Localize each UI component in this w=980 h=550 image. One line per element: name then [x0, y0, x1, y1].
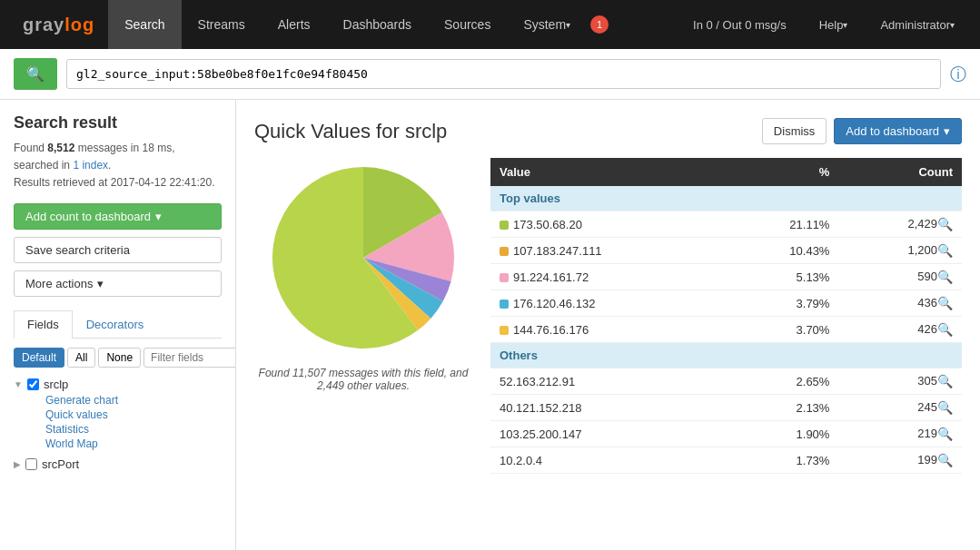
- zoom-icon[interactable]: 🔍: [937, 400, 953, 415]
- cell-value: 176.120.46.132: [490, 290, 725, 317]
- qv-header: Quick Values for srclp Dismiss Add to da…: [254, 118, 962, 144]
- field-srcport-toggle[interactable]: ▶: [14, 459, 21, 469]
- zoom-icon[interactable]: 🔍: [937, 374, 953, 388]
- nav-alerts[interactable]: Alerts: [262, 0, 327, 49]
- cell-value: 107.183.247.111: [490, 238, 725, 264]
- cell-value: 10.2.0.4: [490, 447, 725, 474]
- chart-caption-end: other values.: [347, 379, 410, 392]
- table-row: 40.121.152.2182.13%245 🔍: [490, 395, 962, 421]
- zoom-icon[interactable]: 🔍: [937, 217, 953, 231]
- nav-admin[interactable]: Administrator: [864, 0, 971, 49]
- found-label: messages: [78, 142, 128, 154]
- nav-sources[interactable]: Sources: [428, 0, 507, 49]
- col-pct: %: [725, 158, 838, 186]
- filter-all[interactable]: All: [67, 348, 95, 368]
- cell-count: 590 🔍: [838, 264, 962, 290]
- field-srclp-links: Generate chart Quick values Statistics W…: [14, 394, 222, 450]
- nav-dashboards[interactable]: Dashboards: [327, 0, 429, 49]
- index-link[interactable]: 1 index: [73, 159, 108, 172]
- save-search-button[interactable]: Save search criteria: [14, 237, 222, 263]
- filter-none[interactable]: None: [98, 348, 141, 368]
- cell-value: 173.50.68.20: [490, 211, 725, 238]
- qv-table: Value % Count Top values173.50.68.2021.1…: [490, 158, 962, 474]
- cell-value: 144.76.16.176: [490, 317, 725, 343]
- field-srclp-toggle[interactable]: ▼: [14, 379, 23, 389]
- col-value: Value: [490, 158, 725, 186]
- color-dot: [500, 221, 509, 230]
- cell-pct: 21.11%: [725, 211, 838, 238]
- cell-pct: 1.73%: [725, 447, 838, 474]
- field-statistics[interactable]: Statistics: [45, 423, 222, 436]
- chart-caption-mid: messages with this field, and: [329, 367, 468, 379]
- tab-fields[interactable]: Fields: [14, 310, 73, 339]
- search-button[interactable]: 🔍: [14, 58, 57, 90]
- field-srclp: ▼ srclp Generate chart Quick values Stat…: [14, 375, 222, 450]
- field-generate-chart[interactable]: Generate chart: [45, 394, 222, 407]
- zoom-icon[interactable]: 🔍: [937, 296, 953, 310]
- color-dot: [500, 300, 509, 309]
- section-header: Others: [490, 343, 962, 368]
- zoom-icon[interactable]: 🔍: [937, 427, 953, 441]
- table-row: 103.25.200.1471.90%219 🔍: [490, 421, 962, 447]
- field-srcport-header: ▶ srcPort: [14, 455, 222, 474]
- cell-count: 219 🔍: [838, 421, 962, 447]
- filter-default[interactable]: Default: [14, 348, 64, 368]
- search-options-icon[interactable]: ⓘ: [950, 64, 966, 85]
- nav-help[interactable]: Help: [803, 0, 865, 49]
- section-header: Top values: [490, 186, 962, 211]
- cell-value: 52.163.212.91: [490, 368, 725, 395]
- zoom-icon[interactable]: 🔍: [937, 453, 953, 467]
- main-content: Search result Found 8,512 messages in 18…: [0, 100, 980, 550]
- sidebar: Search result Found 8,512 messages in 18…: [0, 100, 236, 550]
- qv-title: Quick Values for srclp: [254, 120, 447, 143]
- cell-value: 103.25.200.147: [490, 421, 725, 447]
- filter-fields-input[interactable]: [144, 348, 236, 368]
- table-row: 173.50.68.2021.11%2,429 🔍: [490, 211, 962, 238]
- filter-bar: Default All None: [14, 348, 222, 368]
- pie-chart: [263, 158, 463, 358]
- search-input[interactable]: [66, 59, 941, 89]
- table-row: 107.183.247.11110.43%1,200 🔍: [490, 238, 962, 264]
- cell-count: 305 🔍: [838, 368, 962, 395]
- zoom-icon[interactable]: 🔍: [937, 270, 953, 284]
- nav-search[interactable]: Search: [108, 0, 181, 49]
- table-row: 176.120.46.1323.79%436 🔍: [490, 290, 962, 317]
- add-to-dashboard-button[interactable]: Add to dashboard: [834, 118, 962, 144]
- values-table: Value % Count Top values173.50.68.2021.1…: [490, 158, 962, 474]
- dismiss-button[interactable]: Dismiss: [762, 118, 827, 144]
- field-quick-values[interactable]: Quick values: [45, 408, 222, 421]
- table-row: 52.163.212.912.65%305 🔍: [490, 368, 962, 395]
- cell-count: 436 🔍: [838, 290, 962, 317]
- cell-count: 2,429 🔍: [838, 211, 962, 238]
- cell-pct: 10.43%: [725, 238, 838, 264]
- nav-right: In 0 / Out 0 msg/s Help Administrator: [677, 0, 971, 49]
- cell-count: 245 🔍: [838, 395, 962, 421]
- field-srcport: ▶ srcPort: [14, 455, 222, 474]
- cell-count: 199 🔍: [838, 447, 962, 474]
- cell-count: 1,200 🔍: [838, 238, 962, 264]
- qv-body: Found 11,507 messages with this field, a…: [254, 158, 962, 474]
- nav-system[interactable]: System: [507, 0, 587, 49]
- found-count: 8,512: [47, 142, 74, 154]
- search-bar: 🔍 ⓘ: [0, 49, 980, 100]
- search-result-meta: Found 8,512 messages in 18 ms, searched …: [14, 140, 222, 192]
- nav-stats: In 0 / Out 0 msg/s: [677, 0, 803, 49]
- field-tabs: Fields Decorators: [14, 310, 222, 339]
- more-actions-button[interactable]: More actions: [14, 270, 222, 297]
- cell-value: 91.224.161.72: [490, 264, 725, 290]
- field-srclp-checkbox[interactable]: [27, 378, 39, 390]
- navbar: graylog Search Streams Alerts Dashboards…: [0, 0, 980, 49]
- cell-value: 40.121.152.218: [490, 395, 725, 421]
- cell-pct: 2.13%: [725, 395, 838, 421]
- cell-pct: 1.90%: [725, 421, 838, 447]
- color-dot: [500, 273, 509, 282]
- field-world-map[interactable]: World Map: [45, 437, 222, 450]
- zoom-icon[interactable]: 🔍: [937, 322, 953, 337]
- quick-values-panel: Quick Values for srclp Dismiss Add to da…: [236, 100, 980, 550]
- zoom-icon[interactable]: 🔍: [937, 243, 953, 258]
- nav-streams[interactable]: Streams: [182, 0, 262, 49]
- field-srcport-checkbox[interactable]: [25, 458, 37, 470]
- tab-decorators[interactable]: Decorators: [73, 310, 158, 338]
- table-row: 10.2.0.41.73%199 🔍: [490, 447, 962, 474]
- add-count-button[interactable]: Add count to dashboard: [14, 203, 222, 230]
